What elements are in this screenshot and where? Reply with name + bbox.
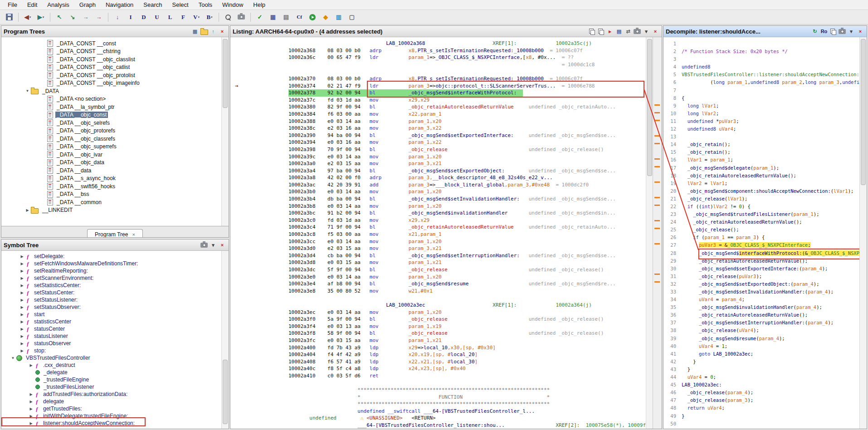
copy-icon[interactable] [829, 27, 837, 35]
listing-row-10002a3b8[interactable]: 10002a3b8 e0 03 14 aamovparam_1,x20 [288, 203, 646, 210]
menu-file[interactable]: File [3, 0, 22, 9]
listing-row-10002a390[interactable]: 10002a390 94 ba 00 94bl_objc_msgSend$set… [288, 132, 646, 139]
tree-item-data-no-section[interactable]: _DATA <no section> [1, 95, 229, 103]
decompile-line-42[interactable]: 42 } [663, 358, 860, 366]
tree-item-data-const-const[interactable]: _DATA_CONST __const [1, 39, 229, 48]
decompile-line-29[interactable]: 29 _objc_retainAutoreleasedReturnValue()… [663, 257, 860, 265]
decompile-line-24[interactable]: 24 _objc_retainAutoreleasedReturnValue()… [663, 218, 860, 226]
letter-u-button[interactable]: U [151, 12, 163, 23]
symbol-item-setstatuslistener[interactable]: ▶ƒsetStatusListener: [1, 296, 229, 303]
listing-row-10002a3c4[interactable]: 10002a3c4 71 9f 00 94bl_objc_retainAutor… [288, 224, 646, 231]
listing-row-10002a3b4[interactable]: 10002a3b4 db ba 00 94bl_objc_msgSend$set… [288, 195, 646, 203]
symbol-item-vbstrustedfilescontroller[interactable]: ▼VBSTrustedFilesController [1, 354, 229, 362]
listing-row-10002a3e0[interactable]: 10002a3e0 e0 03 14 aamovparam_1,x20 [288, 274, 646, 281]
close-icon[interactable]: × [218, 27, 226, 35]
symbol-item-statuscenter[interactable]: ▶ƒstatusCenter [1, 325, 229, 332]
fields-icon[interactable]: ▤ [615, 27, 623, 35]
listing-row-10002a3d8[interactable]: 10002a3d8 e0 03 15 aamovparam_1,x21 [288, 259, 646, 266]
decompile-line-50[interactable]: 50 [663, 420, 860, 428]
symbol-item-listener-shouldacceptnewconnection[interactable]: ▶ƒlistener:shouldAcceptNewConnection: [1, 420, 229, 427]
decompile-line-49[interactable]: 49} [663, 412, 860, 420]
listing-row[interactable]: ___64-[VBSTrustedFilesController_listene… [288, 422, 646, 429]
nav-in-button[interactable]: ↘ [66, 12, 79, 23]
symbol-item-stop[interactable]: ▶ƒstop: [1, 347, 229, 354]
symbol-item-setstatuscenter[interactable]: ▶ƒsetStatusCenter: [1, 289, 229, 296]
tree-item-linkedit[interactable]: ▶__LINKEDIT [1, 206, 229, 215]
goto-icon[interactable]: ↑ [209, 27, 217, 35]
listing-row-10002a3a4[interactable]: 10002a3a4 97 ba 00 94bl_objc_msgSend$set… [288, 167, 646, 175]
decompile-line-3[interactable]: 3 [663, 55, 860, 63]
symbol-item-trustedfileengine[interactable]: _trustedFileEngine [1, 376, 229, 383]
menu-chevron-icon[interactable]: ▾ [642, 27, 650, 35]
symbol-item-statuslistener[interactable]: ▶ƒstatusListener [1, 332, 229, 340]
decompile-line-41[interactable]: 41 goto LAB_10002a3ec; [663, 350, 860, 358]
symbol-item-setfetchwindowsmalwaredefinitionstimer[interactable]: ▶ƒsetFetchWindowsMalwareDefinitionsTimer… [1, 260, 229, 267]
decompile-line-43[interactable]: 43 } [663, 366, 860, 373]
tree-item-data[interactable]: ▼_DATA [1, 87, 229, 95]
menu-analysis[interactable]: Analysis [42, 0, 74, 9]
decompile-line-14[interactable]: 14 _objc_retain(); [663, 141, 860, 148]
tree-item-data-const-objc-protolist[interactable]: _DATA_CONST __objc_protolist [1, 71, 229, 79]
tree-item-data-s-async-hook[interactable]: _DATA __s_async_hook [1, 175, 229, 183]
listing-row-10002a38c[interactable]: 10002a38c e2 03 16 aamovparam_3,x22 [288, 125, 646, 132]
memory-map-button[interactable]: ▦ [267, 12, 279, 23]
decompile-line-37[interactable]: 37 _objc_msgSend$setInterruptionHandler:… [663, 319, 860, 327]
menu-search[interactable]: Search [138, 0, 167, 9]
listing-scrollbar[interactable] [646, 37, 653, 429]
decompile-line-12[interactable]: 12 undefined8 uVar4; [663, 125, 860, 133]
symbol-item-gettrustedfiles[interactable]: ▶ƒgetTrustedFiles: [1, 405, 229, 412]
byte-view-button[interactable]: ▤ [280, 12, 293, 23]
listing-row-10002a3b0[interactable]: 10002a3b0 e0 03 14 aamovparam_1,x20 [288, 188, 646, 195]
duplicate-icon[interactable] [588, 27, 596, 35]
listing-row-10002a37c[interactable]: 10002a37c fd 03 1d aamovx29,x29 [288, 97, 646, 104]
listing-row-10002a3c0[interactable]: 10002a3c0 fd 03 1d aamovx29,x29 [288, 217, 646, 224]
listing-row-10002a3f8[interactable]: 10002a3f8 58 9f 00 94bl_objc_releaseunde… [288, 330, 646, 337]
refresh-icon[interactable]: ↻ [811, 27, 819, 35]
snapshot-icon[interactable] [597, 27, 605, 35]
tree-item-data-objc-const[interactable]: _DATA __objc_const [1, 111, 229, 119]
nav-out-button[interactable]: ↖ [53, 12, 66, 23]
symbol-item-setrealtimereporting[interactable]: ▶ƒsetRealtimeReporting: [1, 267, 229, 274]
letter-l-button[interactable]: L [164, 12, 176, 23]
listing-row-10002a388[interactable]: 10002a388 e0 03 14 aamovparam_1,x20 [288, 118, 646, 125]
listing-row-10002a36c[interactable]: 10002a36c 00 65 47 f9ldrparam_1=>_OBJC_C… [288, 54, 646, 61]
listing-row[interactable]: ****************************************… [288, 401, 646, 408]
close-icon[interactable]: × [651, 27, 659, 35]
listing-row-10002a3a0[interactable]: 10002a3a0 e2 03 15 aamovparam_3,x21 [288, 160, 646, 167]
decompile-line-30[interactable]: 30 _objc_msgSend$setExportedInterface:(p… [663, 265, 860, 273]
window-button[interactable]: ▢ [346, 12, 358, 23]
symbol-item-setstatisticscenter[interactable]: ▶ƒsetStatisticsCenter: [1, 282, 229, 289]
decompile-line-38[interactable]: 38 _objc_release(uVar4); [663, 327, 860, 334]
camera-button[interactable] [235, 12, 248, 23]
save-button[interactable] [3, 12, 15, 23]
decompile-line-17[interactable]: 17 _objc_msgSend$delegate(param_1); [663, 164, 860, 172]
decompile-line-13[interactable]: 13 [663, 133, 860, 141]
listing-row-10002a3d0[interactable]: 10002a3d0 e2 03 15 aamovparam_3,x21 [288, 245, 646, 252]
layout-icon[interactable]: ▦ [191, 27, 199, 35]
decompile-line-28[interactable]: 28 _objc_msgSend$interfaceWithProtocol:(… [663, 249, 860, 257]
decompile-line-4[interactable]: 4undefined8 [663, 63, 860, 71]
listing-row[interactable]: undefined ⚠ <UNASSIGNED> <RETURN> [288, 415, 646, 422]
back-button[interactable]: ◀▾ [21, 12, 34, 23]
symbol-item-setscannerenvironment[interactable]: ▶ƒsetScannerEnvironment: [1, 274, 229, 282]
scrollbar-thumb[interactable] [223, 39, 228, 108]
letter-d-button[interactable]: D [137, 12, 150, 23]
decompile-line-33[interactable]: 33 _objc_msgSend$setInvalidationHandler:… [663, 288, 860, 296]
listing-row-10002a3bc[interactable]: 10002a3bc 91 b2 00 94bl_objc_msgSend$inv… [288, 210, 646, 217]
decompile-scrollbar[interactable] [859, 37, 867, 429]
decompile-line-39[interactable]: 39 _objc_msgSend$resume(param_4); [663, 335, 860, 342]
menu-chevron-icon[interactable]: ▾ [209, 241, 217, 249]
tree-item-data-data[interactable]: _DATA __data [1, 166, 229, 175]
listing-row-10002a3a8[interactable]: 10002a3a8 42 02 00 f0adrpparam_3,__block… [288, 174, 646, 181]
symbol-item-statusobserver[interactable]: ▶ƒstatusObserver [1, 340, 229, 347]
decompile-line-48[interactable]: 48 return uVar4; [663, 404, 860, 412]
decompile-line-9[interactable]: 9 long lVar1; [663, 102, 860, 110]
symbol-item-initwithdelegate-trustedfileengine[interactable]: ▶ƒinitWithDelegate:trustedFileEngine: [1, 412, 229, 420]
listing-row-10002a3e4[interactable]: 10002a3e4 af b8 00 94bl_objc_msgSend$res… [288, 280, 646, 288]
listing-row-10002a3cc[interactable]: 10002a3cc e0 03 14 aamovparam_1,x20 [288, 238, 646, 245]
listing-row-10002a398[interactable]: 10002a398 70 9f 00 94bl_objc_releaseunde… [288, 146, 646, 153]
listing-row-10002a368[interactable]: 10002a368 08 03 00 b0adrpx8,PTR_s_setIsT… [288, 47, 646, 54]
listing-row-10002a3ac[interactable]: 10002a3ac 42 20 39 91addparam_3=>___bloc… [288, 181, 646, 189]
menu-edit[interactable]: Edit [22, 0, 42, 9]
tree-item-data-bss[interactable]: _DATA __bss [1, 191, 229, 199]
